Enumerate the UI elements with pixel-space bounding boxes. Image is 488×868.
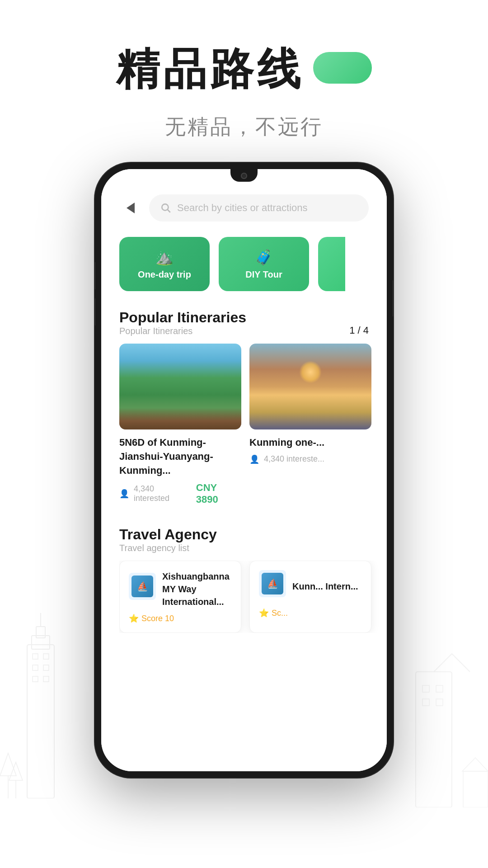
interested-icon-2: 👤 — [249, 454, 259, 464]
agency-logo-2: ⛵ — [259, 570, 286, 597]
agency-name-2: Kunn... Intern... — [292, 580, 358, 593]
header-section: 精品路线 无精品，不远行 — [0, 41, 488, 141]
price-value-1: 3890 — [196, 494, 218, 505]
agency-score-2: ⭐ Sc... — [259, 608, 362, 618]
agency-logo-icon-1: ⛵ — [131, 576, 153, 597]
tab-partial[interactable] — [318, 237, 387, 291]
svg-rect-17 — [422, 685, 429, 692]
agency-title: Travel Agency — [119, 526, 217, 543]
itineraries-title-group: Popular Itineraries Popular Itineraries — [119, 309, 246, 336]
svg-line-24 — [168, 210, 170, 212]
svg-rect-5 — [43, 654, 49, 659]
agency-header-2: ⛵ Kunn... Intern... — [259, 570, 362, 603]
svg-rect-19 — [422, 699, 429, 706]
app-screen: Search by cities or attractions ⛰️ One-d… — [101, 169, 387, 771]
score-star-icon-1: ⭐ — [129, 613, 139, 623]
itineraries-cards-row: 5N6D of Kunming-Jianshui-Yuanyang-Kunmin… — [119, 344, 387, 505]
svg-rect-0 — [27, 645, 54, 798]
search-input-container[interactable]: Search by cities or attractions — [149, 194, 369, 222]
card-title-2: Kunming one-... — [249, 436, 371, 450]
itineraries-header: Popular Itineraries Popular Itineraries … — [119, 309, 387, 336]
tab-bg-3 — [318, 237, 345, 291]
agency-card-2[interactable]: ⛵ Kunn... Intern... ⭐ Sc... — [249, 561, 371, 633]
camera — [241, 173, 247, 179]
deco-building-right — [398, 649, 488, 809]
interested-count-1: 4,340 interested — [134, 484, 192, 503]
deco-building-left — [0, 609, 81, 800]
svg-rect-6 — [33, 665, 38, 670]
svg-line-15 — [434, 654, 452, 672]
agency-card-1[interactable]: ⛵ Xishuangbanna MY Way International... … — [119, 561, 241, 633]
card-image-2 — [249, 344, 371, 429]
tab-content-1: ⛰️ One-day trip — [119, 237, 210, 291]
svg-marker-12 — [0, 753, 16, 776]
page-title: 精品路线 — [116, 41, 304, 99]
score-value-2: Sc... — [272, 609, 288, 618]
itineraries-title: Popular Itineraries — [119, 309, 246, 326]
lake-scenic-image — [119, 344, 241, 429]
card-image-1 — [119, 344, 241, 429]
score-value-1: Score 10 — [141, 614, 174, 623]
category-tabs: ⛰️ One-day trip 🧳 DIY Tour — [119, 237, 387, 291]
agency-section: Travel Agency Travel agency list ⛵ Xishu… — [119, 526, 387, 633]
phone-notch — [230, 169, 258, 182]
tab-diy-label: DIY Tour — [245, 269, 282, 280]
score-star-icon-2: ⭐ — [259, 608, 269, 618]
page-total: 4 — [363, 325, 369, 336]
page-current: 1 — [349, 325, 355, 336]
volume-down-button — [95, 298, 95, 326]
interested-count-2: 4,340 intereste... — [264, 454, 324, 464]
phone-device: Search by cities or attractions ⛰️ One-d… — [95, 163, 393, 778]
agency-cards-row: ⛵ Xishuangbanna MY Way International... … — [119, 561, 387, 633]
itinerary-card-1[interactable]: 5N6D of Kunming-Jianshui-Yuanyang-Kunmin… — [119, 344, 241, 505]
svg-point-23 — [162, 204, 168, 210]
tab-one-day-label: One-day trip — [138, 269, 191, 280]
itineraries-section: Popular Itineraries Popular Itineraries … — [119, 309, 387, 505]
svg-rect-18 — [436, 685, 443, 692]
itineraries-pagination: 1 / 4 — [349, 325, 369, 336]
agency-logo-icon-2: ⛵ — [262, 573, 283, 594]
agency-logo-1: ⛵ — [129, 573, 156, 600]
card-price-1: CNY 3890 — [196, 482, 241, 505]
power-button — [393, 280, 393, 316]
svg-rect-7 — [43, 665, 49, 670]
search-placeholder-text: Search by cities or attractions — [177, 202, 308, 214]
svg-rect-8 — [33, 676, 38, 682]
interested-icon-1: 👤 — [119, 489, 129, 499]
agency-score-1: ⭐ Score 10 — [129, 613, 232, 623]
page-separator: / — [358, 325, 363, 336]
tab-one-day-trip[interactable]: ⛰️ One-day trip — [119, 237, 210, 291]
svg-marker-10 — [9, 762, 23, 780]
svg-rect-20 — [436, 699, 443, 706]
agency-name-1: Xishuangbanna MY Way International... — [162, 570, 232, 608]
back-arrow-icon — [127, 203, 135, 213]
svg-rect-9 — [43, 676, 49, 682]
svg-marker-22 — [462, 758, 488, 771]
agency-header: Travel Agency Travel agency list — [119, 526, 387, 553]
card-meta-2: 👤 4,340 intereste... — [249, 454, 371, 464]
one-day-trip-icon: ⛰️ — [155, 249, 174, 266]
card-title-1: 5N6D of Kunming-Jianshui-Yuanyang-Kunmin… — [119, 436, 241, 477]
agency-subtitle: Travel agency list — [119, 543, 217, 553]
price-currency-1: CNY — [196, 482, 217, 493]
back-button[interactable] — [119, 197, 142, 219]
diy-tour-icon: 🧳 — [255, 249, 273, 266]
svg-rect-14 — [416, 672, 452, 807]
agency-title-group: Travel Agency Travel agency list — [119, 526, 217, 553]
search-icon — [160, 202, 172, 214]
svg-rect-4 — [33, 654, 38, 659]
agency-header-1: ⛵ Xishuangbanna MY Way International... — [129, 570, 232, 608]
header-subtitle: 无精品，不远行 — [0, 113, 488, 141]
svg-rect-2 — [36, 627, 45, 638]
phone-screen: Search by cities or attractions ⛰️ One-d… — [101, 169, 387, 771]
tab-diy-tour[interactable]: 🧳 DIY Tour — [219, 237, 309, 291]
sunset-scenic-image — [249, 344, 371, 429]
svg-rect-21 — [463, 771, 488, 807]
volume-up-button — [95, 262, 95, 289]
tab-content-2: 🧳 DIY Tour — [219, 237, 309, 291]
header-badge — [313, 52, 372, 84]
card-meta-1: 👤 4,340 interested CNY 3890 — [119, 482, 241, 505]
itinerary-card-2[interactable]: Kunming one-... 👤 4,340 intereste... — [249, 344, 371, 505]
svg-line-16 — [452, 654, 470, 672]
phone-frame: Search by cities or attractions ⛰️ One-d… — [95, 163, 393, 778]
